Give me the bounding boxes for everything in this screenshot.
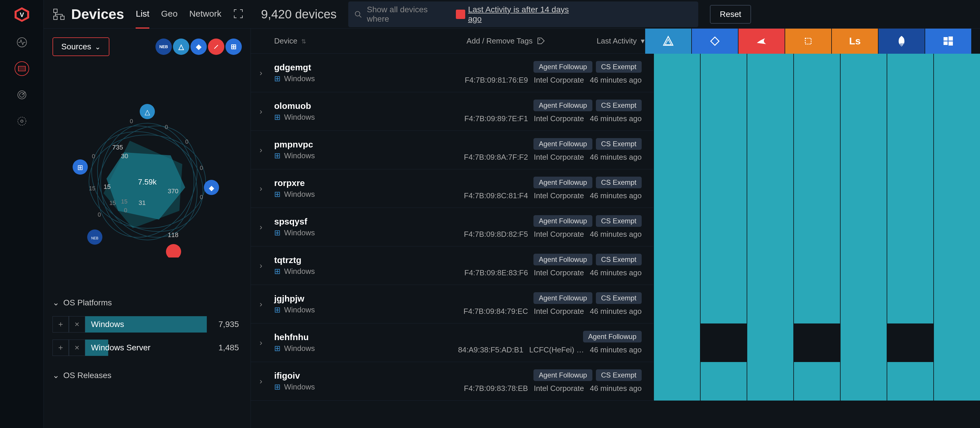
svg-rect-12 [54, 9, 57, 13]
source-cell [933, 285, 980, 324]
row-expand-icon[interactable]: › [259, 377, 274, 386]
source-cell [747, 131, 793, 169]
sources-dropdown[interactable]: Sources [52, 37, 110, 56]
device-activity-inline: 46 minutes ago [590, 230, 642, 239]
table-row: › olomuob ⊞Windows Agent FollowupCS Exem… [251, 92, 980, 131]
facet-header-os-platforms[interactable]: ⌄ OS Platforms [52, 292, 242, 313]
svg-text:118: 118 [168, 231, 178, 238]
facet-header-os-releases[interactable]: ⌄ OS Releases [52, 365, 242, 385]
row-expand-icon[interactable]: › [259, 338, 274, 347]
tag-badge[interactable]: Agent Followup [533, 254, 592, 265]
row-meta: Agent FollowupCS Exempt F4:7B:09:8C:81:F… [385, 177, 653, 200]
tag-badge[interactable]: Agent Followup [533, 99, 592, 111]
source-col-ls-icon[interactable]: Ls [831, 29, 878, 54]
facet-remove-button[interactable]: × [69, 316, 85, 332]
tag-badge[interactable]: Agent Followup [533, 215, 592, 227]
tag-badge[interactable]: Agent Followup [533, 369, 592, 381]
source-col-neb-icon[interactable]: NEB [878, 29, 924, 54]
row-expand-icon[interactable]: › [259, 222, 274, 232]
reset-button[interactable]: Reset [710, 5, 751, 24]
nav-settings-icon[interactable] [14, 114, 29, 128]
column-header-device[interactable]: Device [274, 37, 385, 46]
source-cell [840, 92, 887, 131]
tab-network[interactable]: Network [189, 0, 221, 29]
row-expand-icon[interactable]: › [259, 261, 274, 270]
source-cell [793, 54, 840, 92]
device-info[interactable]: pmpnvpc ⊞Windows [274, 139, 385, 160]
source-col-triangle-icon[interactable] [644, 29, 691, 54]
facet-os-releases: ⌄ OS Releases [52, 365, 242, 385]
fullscreen-icon[interactable] [233, 8, 243, 20]
tag-badge[interactable]: CS Exempt [596, 369, 642, 381]
source-cell [747, 92, 793, 131]
tag-badge[interactable]: CS Exempt [596, 292, 642, 304]
facet-add-button[interactable]: + [52, 316, 69, 332]
device-info[interactable]: olomuob ⊞Windows [274, 101, 385, 122]
tag-badge[interactable]: Agent Followup [533, 177, 592, 188]
source-col-diamond-icon[interactable] [691, 29, 738, 54]
row-expand-icon[interactable]: › [259, 107, 274, 116]
source-cell [747, 54, 793, 92]
source-diamond-icon[interactable]: ◆ [191, 38, 207, 55]
source-col-crowdstrike-icon[interactable] [738, 29, 784, 54]
row-meta: Agent FollowupCS Exempt F4:7B:09:89:7E:F… [385, 99, 653, 123]
device-table: Device Add / Remove Tags Last Activity ▾ [251, 29, 980, 428]
tag-badge[interactable]: CS Exempt [596, 254, 642, 265]
tab-list[interactable]: List [135, 0, 150, 29]
source-cell [793, 92, 840, 131]
app-logo-icon: V [13, 6, 30, 23]
device-activity-inline: 46 minutes ago [590, 114, 642, 123]
tab-geo[interactable]: Geo [161, 0, 178, 29]
table-row: › pmpnvpc ⊞Windows Agent FollowupCS Exem… [251, 131, 980, 169]
source-windows-icon[interactable]: ⊞ [226, 38, 242, 55]
tag-badge[interactable]: Agent Followup [583, 331, 642, 342]
source-crowdstrike-icon[interactable]: ⟋ [208, 38, 224, 55]
device-info[interactable]: gdgemgt ⊞Windows [274, 62, 385, 83]
row-expand-icon[interactable]: › [259, 145, 274, 155]
source-neb-icon[interactable]: NEB [156, 38, 172, 55]
column-header-tags[interactable]: Add / Remove Tags [385, 37, 563, 46]
column-header-activity[interactable]: Last Activity ▾ [563, 37, 644, 46]
device-info[interactable]: rorpxre ⊞Windows [274, 178, 385, 199]
filter-chip-last-activity[interactable]: Last Activity is after 14 days ago [456, 5, 583, 24]
svg-text:0: 0 [185, 138, 188, 145]
device-mac: 84:A9:38:F5:AD:B1 [458, 345, 523, 355]
source-col-windows-icon[interactable] [924, 29, 971, 54]
facet-remove-button[interactable]: × [69, 340, 85, 356]
source-cell [840, 208, 887, 246]
tag-badge[interactable]: CS Exempt [596, 215, 642, 227]
nav-devices-icon[interactable] [14, 61, 29, 76]
source-cell [933, 92, 980, 131]
row-expand-icon[interactable]: › [259, 184, 274, 193]
row-expand-icon[interactable]: › [259, 300, 274, 309]
device-info[interactable]: jgjhpjw ⊞Windows [274, 294, 385, 315]
source-col-expand-icon[interactable] [784, 29, 831, 54]
facet-add-button[interactable]: + [52, 340, 69, 356]
row-expand-icon[interactable]: › [259, 68, 274, 78]
tag-badge[interactable]: CS Exempt [596, 177, 642, 188]
nav-activity-icon[interactable] [14, 35, 29, 50]
facet-label[interactable]: Windows [85, 316, 207, 332]
tag-badge[interactable]: Agent Followup [533, 61, 592, 73]
device-info[interactable]: hehfnhu ⊞Windows [274, 332, 385, 353]
source-cell [933, 324, 980, 362]
tag-badge[interactable]: CS Exempt [596, 138, 642, 150]
device-info[interactable]: spsqysf ⊞Windows [274, 217, 385, 237]
search-bar[interactable]: Show all devices where Last Activity is … [348, 2, 698, 27]
tag-badge[interactable]: Agent Followup [533, 292, 592, 304]
nav-radar-icon[interactable] [14, 88, 29, 102]
device-info[interactable]: tqtrztg ⊞Windows [274, 255, 385, 276]
source-cell [793, 169, 840, 208]
svg-text:NEB: NEB [91, 236, 98, 240]
tag-badge[interactable]: CS Exempt [596, 61, 642, 73]
tag-badge[interactable]: CS Exempt [596, 99, 642, 111]
device-os: Windows [284, 74, 315, 83]
source-triangle-icon[interactable]: △ [173, 38, 189, 55]
device-mac: F4:7B:09:84:79:EC [463, 307, 528, 316]
search-input[interactable] [588, 10, 692, 19]
tag-badge[interactable]: Agent Followup [533, 138, 592, 150]
svg-text:735: 735 [112, 144, 123, 151]
facet-label[interactable]: Windows Server [85, 340, 207, 356]
source-cell [887, 131, 933, 169]
device-info[interactable]: ifigoiv ⊞Windows [274, 371, 385, 391]
